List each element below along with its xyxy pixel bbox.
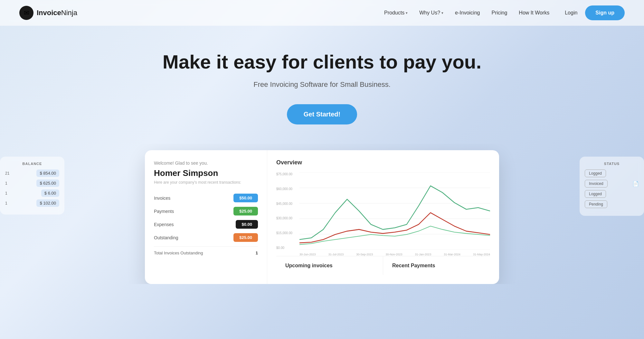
hero-section: Make it easy for clients to pay you. Fre… (0, 26, 644, 144)
chevron-down-icon: ▾ (441, 11, 443, 15)
file-icon: 📄 (632, 181, 639, 187)
side-card-balance: BALANCE 21 $ 854.00 1 $ 625.00 1 $ 6.00 … (0, 157, 64, 215)
stat-row-payments: Payments $25.00 (154, 207, 258, 215)
chart-title: Overview (276, 159, 490, 166)
hero-subheadline: Free Invoicing Software for Small Busine… (6, 80, 638, 89)
list-item: Logged (585, 170, 639, 177)
stat-row-expenses: Expenses $0.00 (154, 220, 258, 229)
nav-item-pricing[interactable]: Pricing (491, 10, 507, 16)
list-item: 1 $ 625.00 (5, 179, 59, 187)
payments-badge: $25.00 (233, 207, 258, 215)
upcoming-invoices-panel: Upcoming invoices (276, 256, 383, 275)
list-item: 21 $ 854.00 (5, 170, 59, 177)
nav-item-products[interactable]: Products ▾ (384, 10, 408, 16)
chart-y-labels: $75,000.00 $60,000.00 $45,000.00 $30,000… (276, 172, 292, 256)
stat-row-invoices: Invoices $50.00 (154, 194, 258, 202)
nav-actions: Login Sign up (565, 5, 625, 20)
logo-text: InvoiceNinja (37, 9, 77, 17)
dashboard-card: Welcome! Glad to see you. Homer Simpson … (145, 150, 499, 284)
welcome-text: Welcome! Glad to see you. (154, 160, 258, 166)
nav-item-why-us[interactable]: Why Us? ▾ (419, 10, 443, 16)
signup-button[interactable]: Sign up (585, 5, 625, 20)
invoices-badge: $50.00 (233, 194, 258, 202)
nav-links: Products ▾ Why Us? ▾ e-Invoicing Pricing… (384, 10, 549, 16)
chevron-down-icon: ▾ (406, 11, 408, 15)
outstanding-badge: $25.00 (233, 233, 258, 242)
list-item: Logged (585, 190, 639, 198)
chart-plot (299, 172, 490, 250)
chart-svg (299, 172, 490, 250)
recent-payments-panel: Recent Payments (383, 256, 490, 275)
get-started-button[interactable]: Get Started! (287, 104, 357, 124)
chart-x-labels: 30-Jun-2023 31-Jul-2023 30-Sep-2023 30-N… (299, 253, 490, 256)
side-card-status: STATUS Logged Invoiced 📄 Logged Pending (580, 157, 644, 216)
logo[interactable]: ✉ InvoiceNinja (19, 6, 77, 20)
chart-area: $75,000.00 $60,000.00 $45,000.00 $30,000… (276, 172, 490, 256)
list-item: 1 $ 6.00 (5, 189, 59, 197)
hero-headline: Make it easy for clients to pay you. (6, 51, 638, 73)
preview-area: BALANCE 21 $ 854.00 1 $ 625.00 1 $ 6.00 … (0, 144, 644, 284)
status-header: STATUS (585, 162, 639, 166)
bottom-row: Upcoming invoices Recent Payments (276, 256, 490, 275)
recent-payments-title: Recent Payments (392, 263, 481, 269)
dashboard-right-panel: Overview $75,000.00 $60,000.00 $45,000.0… (267, 150, 499, 284)
login-link[interactable]: Login (565, 10, 577, 16)
upcoming-invoices-title: Upcoming invoices (285, 263, 374, 269)
logo-icon: ✉ (19, 6, 33, 20)
list-item: 1 $ 102.00 (5, 199, 59, 207)
list-item: Invoiced 📄 (585, 180, 639, 188)
stat-row-outstanding: Outstanding $25.00 (154, 233, 258, 242)
nav-item-how-it-works[interactable]: How It Works (519, 10, 549, 16)
list-item: Pending (585, 200, 639, 208)
sub-text: Here are your company's most recent tran… (154, 180, 258, 185)
navbar: ✉ InvoiceNinja Products ▾ Why Us? ▾ e-In… (0, 0, 644, 26)
dashboard-left-panel: Welcome! Glad to see you. Homer Simpson … (145, 150, 267, 284)
total-row: Total Invoices Outstanding 1 (154, 246, 258, 255)
nav-item-e-invoicing[interactable]: e-Invoicing (455, 10, 480, 16)
expenses-badge: $0.00 (236, 220, 258, 229)
user-name: Homer Simpson (154, 168, 258, 178)
balance-header: BALANCE (5, 162, 59, 166)
